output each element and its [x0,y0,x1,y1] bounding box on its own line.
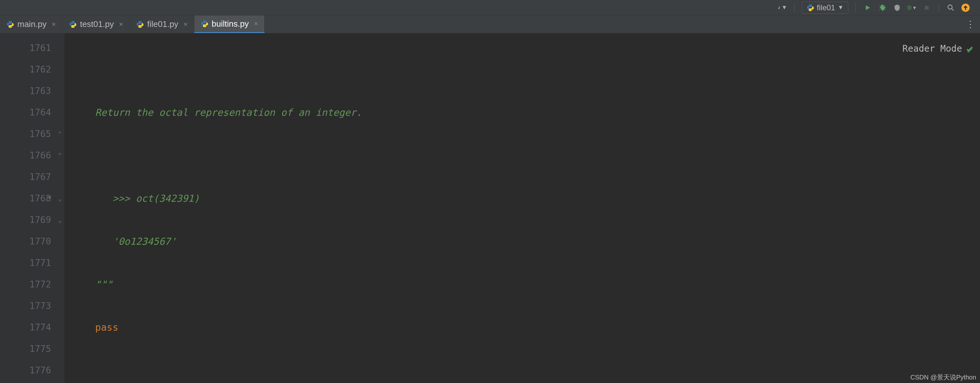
gutter-line: *1768⌄ [0,188,64,209]
gutter-line: 1769⌄ [0,209,64,231]
run-icon[interactable] [863,3,872,13]
fold-end-icon[interactable]: ⌃ [58,151,62,160]
tab-main-py[interactable]: main.py × [0,16,63,33]
update-icon[interactable] [961,3,970,13]
fold-start-icon[interactable]: ⌄ [58,216,62,224]
tab-builtins-py[interactable]: builtins.py × [194,16,265,33]
gutter-line: 1764 [0,102,64,123]
coverage-icon[interactable] [892,3,902,13]
reader-mode-badge[interactable]: Reader Mode [903,38,962,59]
breakpoint-marker[interactable]: * [48,195,52,203]
close-icon[interactable]: × [183,20,188,28]
gutter-line: 1771 [0,252,64,274]
gutter-line: 1762 [0,59,64,80]
tab-test01-py[interactable]: test01.py × [63,16,130,33]
close-icon[interactable]: × [119,20,123,28]
run-config-selector[interactable]: file01 ▼ [802,2,848,14]
tab-label: builtins.py [212,19,249,29]
svg-point-0 [881,6,884,9]
fold-start-icon[interactable]: ⌄ [58,195,62,203]
inspection-icon[interactable] [965,39,974,61]
code-text: pass [95,322,118,333]
close-icon[interactable]: × [52,20,56,28]
gutter-line: 1765⌃ [0,123,64,145]
gutter-line: 1772 [0,274,64,295]
gutter-line: 1773 [0,295,64,317]
close-icon[interactable]: × [254,19,258,28]
debug-icon[interactable] [878,3,887,13]
tab-label: main.py [18,19,46,29]
code-editor[interactable]: Reader Mode Return the octal representat… [64,33,980,383]
fold-end-icon[interactable]: ⌃ [58,130,62,138]
profile-icon[interactable]: ▼ [907,3,917,13]
code-text: Return the octal representation of an in… [72,107,362,118]
code-text: '0o1234567' [72,236,177,247]
toolbar-separator [794,3,795,13]
add-config-icon[interactable]: ▼ [778,3,787,13]
run-config-label: file01 [817,3,835,12]
code-text: """ [72,279,113,290]
editor-area: 1761 1762 1763 1764 1765⌃ 1766⌃ 1767 *17… [0,33,980,383]
gutter-line: 1766⌃ [0,145,64,166]
gutter-line: 1775 [0,338,64,359]
watermark: CSDN @景天说Python [910,373,976,382]
gutter-line: 1767 [0,166,64,188]
code-text: >>> oct(342391) [72,193,199,204]
toolbar-separator [855,3,856,13]
gutter-line: 1761 [0,37,64,59]
gutter-line: 1776 [0,359,64,381]
gutter-line: 1770 [0,231,64,252]
toolbar-separator [939,3,939,13]
gutter-line: 1774 [0,317,64,338]
stop-icon[interactable] [922,3,932,13]
tab-file01-py[interactable]: file01.py × [130,16,194,33]
gutter-line: 1763 [0,80,64,102]
editor-tabs: main.py × test01.py × file01.py × builti… [0,16,980,33]
search-icon[interactable] [946,3,956,13]
svg-rect-2 [925,6,929,9]
main-toolbar: ▼ file01 ▼ ▼ [0,0,980,16]
tab-label: test01.py [80,19,114,29]
gutter: 1761 1762 1763 1764 1765⌃ 1766⌃ 1767 *17… [0,33,64,383]
tab-label: file01.py [147,19,178,29]
svg-point-3 [948,5,952,9]
tabs-overflow-icon[interactable]: ⋮ [961,16,980,33]
